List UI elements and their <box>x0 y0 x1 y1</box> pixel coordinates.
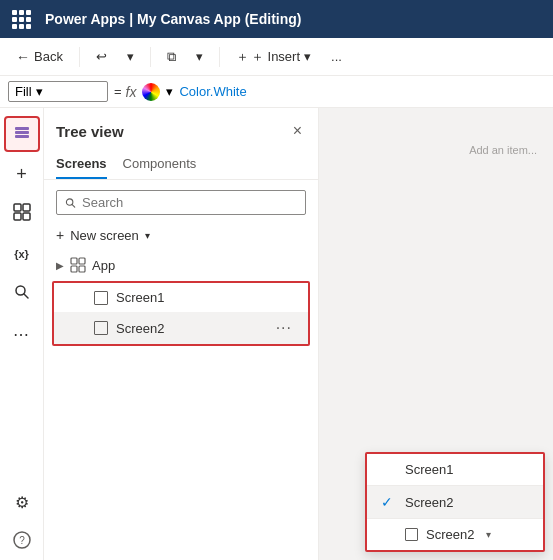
popup-screen2-row[interactable]: ✓ Screen2 <box>367 486 543 518</box>
search-button[interactable] <box>4 276 40 312</box>
tab-components[interactable]: Components <box>123 150 197 179</box>
screen-list: Screen1 Screen2 ··· <box>52 281 310 346</box>
canvas-area: Add an item... Screen1 ✓ Screen2 Screen2… <box>319 108 553 560</box>
more-icon: ... <box>331 49 342 64</box>
screen2-name: Screen2 <box>116 321 164 336</box>
variable-button[interactable]: {x} <box>4 236 40 272</box>
tab-screens[interactable]: Screens <box>56 150 107 179</box>
fill-label: Fill <box>15 84 32 99</box>
search-icon-small <box>65 197 76 209</box>
svg-rect-3 <box>14 204 21 211</box>
screen1-icon <box>94 291 108 305</box>
screen1-name: Screen1 <box>116 290 164 305</box>
popup-chevron-down-icon: ▾ <box>486 529 491 540</box>
new-screen-button[interactable]: + New screen ▾ <box>44 223 318 251</box>
fx-box: = fx <box>114 84 136 100</box>
insert-label: ＋ Insert <box>251 48 300 66</box>
svg-line-12 <box>72 204 75 207</box>
fx-label: fx <box>126 84 137 100</box>
app-title: Power Apps | My Canvas App (Editing) <box>45 11 301 27</box>
expand-icon: ▶ <box>56 260 64 271</box>
divider-2 <box>150 47 151 67</box>
popup-screen2-dropdown-row[interactable]: Screen2 ▾ <box>367 519 543 550</box>
svg-rect-0 <box>15 127 29 130</box>
svg-line-8 <box>24 294 28 298</box>
app-row[interactable]: ▶ App <box>44 251 318 279</box>
tree-title: Tree view <box>56 123 124 140</box>
svg-rect-16 <box>79 266 85 272</box>
main-layout: + {x} ⋯ <box>0 108 553 560</box>
search-box[interactable] <box>56 190 306 215</box>
tree-items: ▶ App Screen1 Scre <box>44 251 318 560</box>
insert-icon: ＋ <box>236 48 249 66</box>
insert-chevron-icon: ▾ <box>304 49 311 64</box>
equals-label: = <box>114 84 122 99</box>
more-sidebar-button[interactable]: ⋯ <box>4 316 40 352</box>
svg-rect-4 <box>23 204 30 211</box>
svg-rect-5 <box>14 213 21 220</box>
popup-screen-icon <box>405 528 418 541</box>
grid-icon[interactable] <box>12 10 31 29</box>
svg-rect-6 <box>23 213 30 220</box>
chevron-down-icon-2: ▾ <box>196 49 203 64</box>
settings-button[interactable]: ⚙ <box>4 484 40 520</box>
table-icon <box>13 203 31 225</box>
svg-rect-2 <box>15 135 29 138</box>
copy-icon: ⧉ <box>167 49 176 65</box>
add-button[interactable]: + <box>4 156 40 192</box>
chevron-down-icon: ▾ <box>127 49 134 64</box>
svg-text:?: ? <box>19 535 25 546</box>
formula-bar: Fill ▾ = fx ▾ Color.White <box>0 76 553 108</box>
sidebar-icons: + {x} ⋯ <box>0 108 44 560</box>
divider-1 <box>79 47 80 67</box>
app-icon <box>70 257 86 273</box>
screen2-row[interactable]: Screen2 ··· <box>54 312 308 344</box>
copy-button[interactable]: ⧉ <box>159 45 184 69</box>
copy-dropdown[interactable]: ▾ <box>188 45 211 68</box>
search-icon <box>14 284 30 304</box>
popup-screen2-dropdown-label: Screen2 <box>426 527 474 542</box>
title-bar: Power Apps | My Canvas App (Editing) <box>0 0 553 38</box>
layers-icon <box>12 122 32 147</box>
tree-panel: Tree view × Screens Components + New scr… <box>44 108 319 560</box>
insert-button[interactable]: ＋ ＋ Insert ▾ <box>228 44 319 70</box>
add-icon: + <box>16 164 27 185</box>
color-value: Color.White <box>179 84 246 99</box>
help-icon: ? <box>13 531 31 553</box>
svg-rect-15 <box>71 266 77 272</box>
more-dots-icon: ⋯ <box>13 325 30 344</box>
checkmark-icon: ✓ <box>381 494 397 510</box>
screen1-row[interactable]: Screen1 <box>54 283 308 312</box>
add-item-hint: Add an item... <box>469 144 537 156</box>
fill-chevron-icon: ▾ <box>36 84 43 99</box>
new-screen-plus-icon: + <box>56 227 64 243</box>
tree-close-button[interactable]: × <box>289 120 306 142</box>
tree-tabs: Screens Components <box>44 150 318 180</box>
app-label: App <box>92 258 115 273</box>
back-label: Back <box>34 49 63 64</box>
help-button[interactable]: ? <box>4 524 40 560</box>
toolbar: ← Back ↩ ▾ ⧉ ▾ ＋ ＋ Insert ▾ ... <box>0 38 553 76</box>
popup-screen1-row[interactable]: Screen1 <box>367 454 543 485</box>
new-screen-chevron-icon: ▾ <box>145 230 150 241</box>
more-options-icon[interactable]: ··· <box>276 319 292 337</box>
more-toolbar-button[interactable]: ... <box>323 45 350 68</box>
variable-icon: {x} <box>14 248 29 260</box>
tree-header: Tree view × <box>44 108 318 150</box>
undo-button[interactable]: ↩ <box>88 45 115 68</box>
chevron-color-icon: ▾ <box>166 84 173 99</box>
fill-dropdown[interactable]: Fill ▾ <box>8 81 108 102</box>
back-button[interactable]: ← Back <box>8 45 71 69</box>
svg-rect-14 <box>79 258 85 264</box>
popup-screen1-label: Screen1 <box>405 462 453 477</box>
table-button[interactable] <box>4 196 40 232</box>
popup-screen2-label: Screen2 <box>405 495 453 510</box>
color-circle[interactable] <box>142 83 160 101</box>
undo-dropdown[interactable]: ▾ <box>119 45 142 68</box>
layers-button[interactable] <box>4 116 40 152</box>
search-input[interactable] <box>82 195 297 210</box>
divider-3 <box>219 47 220 67</box>
back-icon: ← <box>16 49 30 65</box>
new-screen-label: New screen <box>70 228 139 243</box>
settings-icon: ⚙ <box>15 493 29 512</box>
